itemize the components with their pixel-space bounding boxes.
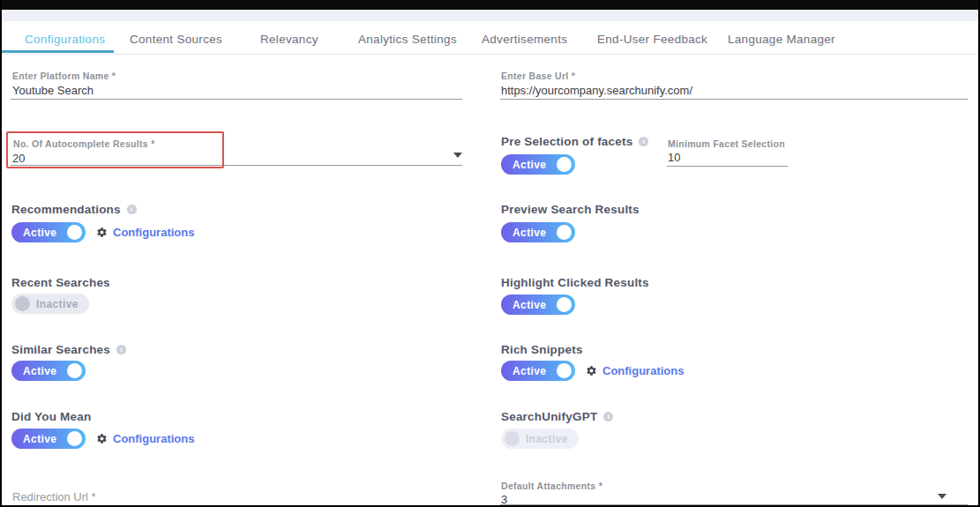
recent-searches-toggle[interactable]: Inactive [11, 294, 89, 314]
configurations-link-label: Configurations [113, 226, 194, 239]
redirection-url-label: Redirection Url * [12, 490, 96, 503]
platform-name-label: Enter Platform Name * [12, 71, 116, 81]
gear-icon [586, 365, 597, 377]
rich-snippets-title: Rich Snippets [501, 343, 583, 356]
pre-selection-title: Pre Selection of facets [501, 135, 632, 148]
recent-searches-toggle-row: Inactive [11, 294, 89, 314]
configurations-link-label: Configurations [113, 432, 194, 445]
did-you-mean-title: Did You Mean [11, 410, 91, 423]
similar-searches-title: Similar Searches [11, 343, 110, 356]
gear-icon [96, 227, 108, 238]
highlight-clicked-heading: Highlight Clicked Results [501, 276, 649, 289]
default-attachments-label: Default Attachments * [501, 481, 602, 491]
active-tab-underline [2, 50, 114, 53]
tab-end-user-feedback[interactable]: End-User Feedback [597, 33, 707, 46]
recent-searches-title: Recent Searches [11, 276, 110, 289]
highlight-clicked-toggle-row: Active [501, 295, 575, 315]
tab-language-manager[interactable]: Language Manager [728, 33, 835, 46]
recommendations-heading: Recommendationsi [11, 203, 137, 216]
toggle-label: Active [512, 299, 546, 311]
toggle-knob [15, 296, 30, 311]
searchunifygpt-title: SearchUnifyGPT [501, 410, 597, 423]
toggle-label: Active [23, 433, 56, 445]
toggle-label: Inactive [36, 298, 79, 310]
preview-search-toggle-row: Active [501, 222, 575, 242]
base-url-underline [500, 99, 968, 100]
did-you-mean-toggle[interactable]: Active [11, 429, 86, 449]
pre-selection-toggle-row: Active [501, 154, 575, 175]
tab-content-sources[interactable]: Content Sources [130, 33, 222, 46]
rich-snippets-toggle[interactable]: Active [501, 361, 575, 381]
did-you-mean-toggle-row: Active Configurations [11, 429, 194, 449]
searchunifygpt-heading: SearchUnifyGPTi [501, 410, 613, 423]
toggle-knob [505, 431, 520, 446]
window-top-bar [0, 0, 980, 10]
tab-relevancy[interactable]: Relevancy [260, 33, 318, 46]
toggle-knob [557, 157, 572, 172]
similar-searches-toggle[interactable]: Active [11, 361, 86, 381]
configurations-page: Configurations Content Sources Relevancy… [0, 0, 980, 507]
toggle-knob [67, 363, 82, 378]
toggle-knob [67, 431, 82, 446]
min-facet-underline [667, 166, 788, 167]
tab-bar: Configurations Content Sources Relevancy… [2, 21, 978, 55]
tab-advertisements[interactable]: Advertisements [482, 33, 567, 46]
highlight-clicked-title: Highlight Clicked Results [501, 276, 649, 289]
rich-snippets-toggle-row: Active Configurations [501, 361, 684, 381]
min-facet-input[interactable]: 10 [668, 151, 680, 164]
recent-searches-heading: Recent Searches [11, 276, 110, 289]
did-you-mean-configurations-link[interactable]: Configurations [96, 432, 194, 445]
info-icon[interactable]: i [116, 345, 126, 354]
highlight-clicked-toggle[interactable]: Active [501, 295, 575, 315]
toggle-label: Active [23, 365, 56, 377]
toggle-knob [557, 363, 572, 378]
preview-search-toggle[interactable]: Active [501, 222, 575, 242]
tab-analytics-settings[interactable]: Analytics Settings [358, 33, 457, 46]
toggle-label: Active [512, 159, 546, 171]
tab-configurations[interactable]: Configurations [25, 33, 105, 46]
info-icon[interactable]: i [127, 205, 137, 214]
searchunifygpt-toggle-row: Inactive [501, 429, 579, 449]
preview-search-title: Preview Search Results [501, 203, 640, 216]
preview-search-heading: Preview Search Results [501, 203, 640, 216]
rich-snippets-heading: Rich Snippets [501, 343, 583, 356]
similar-searches-heading: Similar Searchesi [11, 343, 126, 356]
pre-selection-heading: Pre Selection of facetsi [501, 135, 648, 148]
toggle-label: Active [512, 227, 546, 239]
highlight-annotation-box [6, 131, 224, 168]
similar-searches-toggle-row: Active [11, 361, 86, 381]
gear-icon [96, 433, 108, 444]
platform-name-underline [11, 99, 462, 100]
toggle-knob [67, 225, 82, 240]
window-border-left [0, 0, 2, 507]
recommendations-toggle-row: Active Configurations [11, 222, 194, 242]
recommendations-toggle[interactable]: Active [11, 222, 86, 242]
toggle-label: Active [512, 365, 546, 377]
rich-snippets-configurations-link[interactable]: Configurations [586, 364, 684, 377]
base-url-input[interactable]: https://yourcompany.searchunify.com/ [501, 84, 692, 97]
searchunifygpt-toggle[interactable]: Inactive [501, 429, 579, 449]
header-strip [2, 10, 978, 21]
configurations-link-label: Configurations [602, 364, 684, 377]
toggle-knob [557, 225, 572, 240]
pre-selection-toggle[interactable]: Active [501, 154, 575, 175]
toggle-label: Inactive [526, 433, 568, 445]
toggle-label: Active [23, 227, 56, 239]
base-url-label: Enter Base Url * [501, 71, 575, 81]
did-you-mean-heading: Did You Mean [11, 410, 91, 423]
autocomplete-dropdown-caret-icon[interactable] [453, 153, 462, 158]
platform-name-input[interactable]: Youtube Search [12, 84, 94, 97]
info-icon[interactable]: i [639, 137, 648, 146]
min-facet-label: Minimum Facet Selection [668, 138, 785, 149]
recommendations-configurations-link[interactable]: Configurations [96, 226, 194, 239]
info-icon[interactable]: i [603, 412, 613, 421]
recommendations-title: Recommendations [11, 203, 121, 216]
default-attachments-dropdown-caret-icon[interactable] [938, 494, 946, 499]
toggle-knob [557, 297, 572, 312]
default-attachments-underline [500, 504, 968, 505]
